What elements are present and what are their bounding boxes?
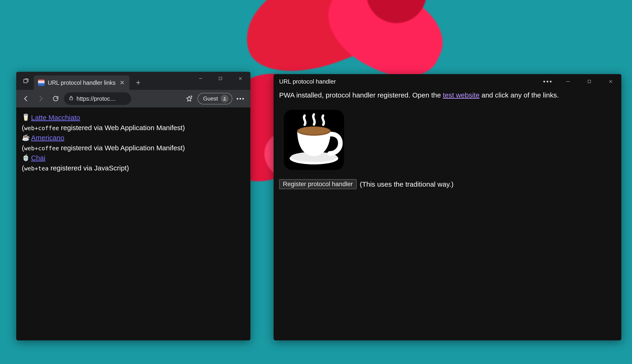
profile-label: Guest (203, 96, 218, 102)
svg-point-18 (299, 127, 329, 134)
pwa-window: URL protocol handler ••• PWA installed, … (274, 74, 621, 340)
coffee-cup-icon (279, 105, 616, 172)
svg-rect-5 (70, 98, 73, 100)
address-bar[interactable]: https://protoc… (64, 92, 131, 105)
reload-button[interactable] (49, 92, 62, 105)
svg-rect-11 (588, 80, 591, 83)
pwa-title: URL protocol handler (279, 78, 336, 85)
svg-rect-2 (219, 77, 222, 80)
link-note: (web+coffee registered via Web Applicati… (22, 123, 245, 133)
browser-toolbar: https://protoc… Guest ••• (16, 90, 250, 108)
maximize-button[interactable] (579, 74, 600, 89)
pwa-content: PWA installed, protocol handler register… (274, 89, 621, 195)
svg-marker-6 (187, 96, 192, 102)
tab-favicon (38, 80, 45, 86)
link-latte-macchiato[interactable]: Latte Macchiato (31, 112, 80, 123)
tabstrip: URL protocol handler links ✕ ＋ (16, 72, 250, 90)
link-note: (web+tea registered via JavaScript) (22, 163, 245, 173)
site-info-icon[interactable] (69, 96, 74, 102)
link-chai[interactable]: Chai (31, 153, 46, 163)
intro-text: PWA installed, protocol handler register… (279, 91, 616, 99)
link-note: (web+coffee registered via Web Applicati… (22, 143, 245, 153)
back-button[interactable] (20, 92, 33, 105)
minimize-button[interactable] (190, 72, 210, 85)
drink-emoji-icon: ☕ (22, 133, 30, 142)
browser-tab[interactable]: URL protocol handler links ✕ (34, 76, 129, 90)
link-americano[interactable]: Americano (31, 133, 64, 143)
register-note: (This uses the traditional way.) (360, 180, 454, 188)
profile-button[interactable]: Guest (197, 93, 232, 104)
svg-rect-0 (24, 79, 27, 83)
pwa-titlebar: URL protocol handler ••• (274, 74, 621, 89)
close-window-button[interactable] (600, 74, 621, 89)
svg-point-9 (224, 97, 226, 99)
tab-close-icon[interactable]: ✕ (119, 79, 126, 86)
maximize-button[interactable] (210, 72, 231, 85)
avatar-icon (221, 95, 229, 102)
tab-actions-button[interactable] (20, 74, 33, 88)
drink-emoji-icon: 🍵 (22, 153, 30, 162)
new-tab-button[interactable]: ＋ (132, 76, 145, 89)
tab-title: URL protocol handler links (48, 80, 115, 86)
address-text: https://protoc… (77, 96, 116, 102)
app-menu-button[interactable]: ••• (539, 78, 557, 85)
register-protocol-button[interactable]: Register protocol handler (279, 179, 357, 189)
close-window-button[interactable] (231, 72, 250, 85)
favorites-button[interactable] (183, 92, 196, 105)
page-content: 🥛 Latte Macchiato (web+coffee registered… (16, 108, 250, 340)
forward-button[interactable] (34, 92, 47, 105)
browser-window: URL protocol handler links ✕ ＋ https://p… (16, 72, 250, 340)
window-controls (190, 72, 250, 85)
test-website-link[interactable]: test website (443, 91, 480, 99)
more-menu-button[interactable]: ••• (234, 92, 247, 105)
minimize-button[interactable] (557, 74, 579, 89)
drink-emoji-icon: 🥛 (22, 113, 30, 122)
